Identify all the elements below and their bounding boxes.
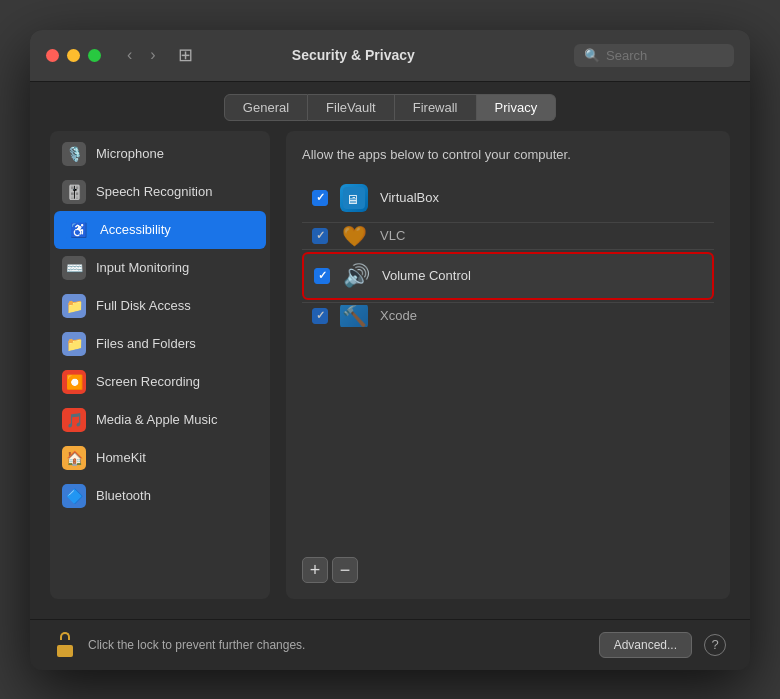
- sidebar-item-files-folders[interactable]: 📁 Files and Folders: [50, 325, 270, 363]
- sidebar-item-accessibility[interactable]: ♿ Accessibility: [54, 211, 266, 249]
- add-app-button[interactable]: +: [302, 557, 328, 583]
- sidebar-label-music: Media & Apple Music: [96, 412, 217, 427]
- sidebar-label-screen: Screen Recording: [96, 374, 200, 389]
- sidebar-item-bluetooth[interactable]: 🔷 Bluetooth: [50, 477, 270, 515]
- lock-icon[interactable]: [54, 632, 76, 658]
- checkbox-virtualbox[interactable]: [312, 190, 328, 206]
- lock-shackle: [60, 632, 70, 640]
- app-name-xcode: Xcode: [380, 308, 417, 323]
- sidebar-label-files: Files and Folders: [96, 336, 196, 351]
- vlc-icon: 🧡: [340, 225, 368, 247]
- search-box[interactable]: 🔍: [574, 44, 734, 67]
- separator-2: [302, 249, 714, 250]
- tabs-bar: General FileVault Firewall Privacy: [30, 82, 750, 131]
- main-window: ‹ › ⊞ Security & Privacy 🔍 General FileV…: [30, 30, 750, 670]
- tab-general[interactable]: General: [224, 94, 308, 121]
- speech-icon: 🎚️: [62, 180, 86, 204]
- tab-firewall[interactable]: Firewall: [395, 94, 477, 121]
- maximize-button[interactable]: [88, 49, 101, 62]
- apps-list: 🖥 VirtualBox 🧡 VLC 🔊 Volume C: [302, 176, 714, 547]
- main-panel: Allow the apps below to control your com…: [286, 131, 730, 599]
- separator-3: [302, 302, 714, 303]
- sidebar-item-full-disk[interactable]: 📁 Full Disk Access: [50, 287, 270, 325]
- input-monitoring-icon: ⌨️: [62, 256, 86, 280]
- virtualbox-icon: 🖥: [340, 184, 368, 212]
- checkbox-vlc[interactable]: [312, 228, 328, 244]
- tab-filevault[interactable]: FileVault: [308, 94, 395, 121]
- sidebar-item-media-music[interactable]: 🎵 Media & Apple Music: [50, 401, 270, 439]
- app-row-virtualbox[interactable]: 🖥 VirtualBox: [302, 176, 714, 220]
- accessibility-icon: ♿: [66, 218, 90, 242]
- remove-app-button[interactable]: −: [332, 557, 358, 583]
- media-music-icon: 🎵: [62, 408, 86, 432]
- lock-text: Click the lock to prevent further change…: [88, 638, 587, 652]
- back-button[interactable]: ‹: [121, 44, 138, 66]
- microphone-icon: 🎙️: [62, 142, 86, 166]
- titlebar: ‹ › ⊞ Security & Privacy 🔍: [30, 30, 750, 82]
- screen-recording-icon: ⏺️: [62, 370, 86, 394]
- content-area: 🎙️ Microphone 🎚️ Speech Recognition ♿ Ac…: [30, 131, 750, 619]
- app-row-xcode[interactable]: 🔨 Xcode: [302, 305, 714, 327]
- separator-1: [302, 222, 714, 223]
- lock-body: [57, 645, 73, 657]
- sidebar-item-speech[interactable]: 🎚️ Speech Recognition: [50, 173, 270, 211]
- sidebar: 🎙️ Microphone 🎚️ Speech Recognition ♿ Ac…: [50, 131, 270, 599]
- sidebar-label-microphone: Microphone: [96, 146, 164, 161]
- bottom-bar: Click the lock to prevent further change…: [30, 619, 750, 670]
- checkbox-xcode[interactable]: [312, 308, 328, 324]
- checkbox-volume-control[interactable]: [314, 268, 330, 284]
- traffic-lights: [46, 49, 101, 62]
- volume-control-icon: 🔊: [342, 262, 370, 290]
- search-icon: 🔍: [584, 48, 600, 63]
- sidebar-item-screen-recording[interactable]: ⏺️ Screen Recording: [50, 363, 270, 401]
- bluetooth-icon: 🔷: [62, 484, 86, 508]
- sidebar-label-accessibility: Accessibility: [100, 222, 171, 237]
- sidebar-label-homekit: HomeKit: [96, 450, 146, 465]
- app-name-volume-control: Volume Control: [382, 268, 471, 283]
- panel-description: Allow the apps below to control your com…: [302, 147, 714, 162]
- sidebar-label-bluetooth: Bluetooth: [96, 488, 151, 503]
- full-disk-icon: 📁: [62, 294, 86, 318]
- advanced-button[interactable]: Advanced...: [599, 632, 692, 658]
- tab-privacy[interactable]: Privacy: [477, 94, 557, 121]
- app-row-vlc[interactable]: 🧡 VLC: [302, 225, 714, 247]
- files-folders-icon: 📁: [62, 332, 86, 356]
- sidebar-item-homekit[interactable]: 🏠 HomeKit: [50, 439, 270, 477]
- sidebar-item-input-monitoring[interactable]: ⌨️ Input Monitoring: [50, 249, 270, 287]
- search-input[interactable]: [606, 48, 726, 63]
- close-button[interactable]: [46, 49, 59, 62]
- app-name-virtualbox: VirtualBox: [380, 190, 439, 205]
- app-name-vlc: VLC: [380, 228, 405, 243]
- panel-actions: + −: [302, 557, 714, 583]
- sidebar-label-speech: Speech Recognition: [96, 184, 212, 199]
- window-title: Security & Privacy: [145, 47, 562, 63]
- homekit-icon: 🏠: [62, 446, 86, 470]
- sidebar-label-input: Input Monitoring: [96, 260, 189, 275]
- help-button[interactable]: ?: [704, 634, 726, 656]
- minimize-button[interactable]: [67, 49, 80, 62]
- sidebar-item-microphone[interactable]: 🎙️ Microphone: [50, 135, 270, 173]
- sidebar-label-disk: Full Disk Access: [96, 298, 191, 313]
- app-row-volume-control[interactable]: 🔊 Volume Control: [302, 252, 714, 300]
- xcode-icon: 🔨: [340, 305, 368, 327]
- svg-text:🖥: 🖥: [346, 192, 359, 207]
